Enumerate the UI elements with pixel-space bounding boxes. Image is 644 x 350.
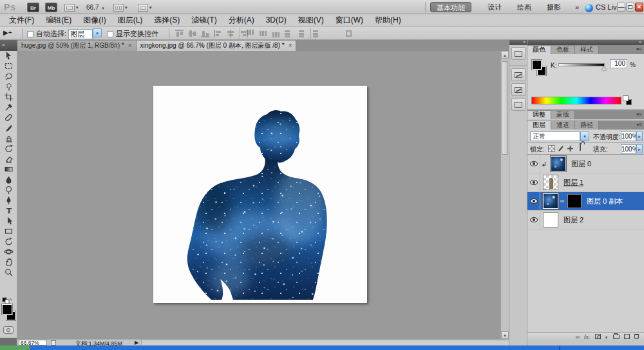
menu-layer[interactable]: 图层(L) bbox=[113, 15, 148, 26]
layer-thumbnail[interactable] bbox=[543, 193, 558, 209]
layer-name[interactable]: 图层 1 bbox=[564, 178, 583, 188]
workspace-more-button[interactable]: » bbox=[569, 2, 585, 12]
workspace-essentials-button[interactable]: 基本功能 bbox=[430, 2, 471, 12]
dodge-tool[interactable] bbox=[0, 184, 17, 195]
layer-style-icon[interactable]: fx. bbox=[584, 334, 591, 340]
lock-transparency-icon[interactable] bbox=[548, 145, 555, 152]
visibility-toggle[interactable] bbox=[527, 211, 540, 229]
layer-mask-thumbnail[interactable] bbox=[567, 194, 582, 208]
menu-analysis[interactable]: 分析(A) bbox=[223, 15, 260, 26]
history-panel-icon[interactable] bbox=[511, 68, 526, 81]
quick-mask-button[interactable] bbox=[3, 326, 14, 334]
opacity-slider-arrow[interactable]: ▸ bbox=[636, 131, 643, 141]
document-tab-huge[interactable]: huge.jpg @ 50% (图层 1, RGB/8#) *× bbox=[17, 41, 137, 51]
menu-filter[interactable]: 滤镜(T) bbox=[186, 15, 222, 26]
tab-styles[interactable]: 样式 bbox=[575, 46, 599, 54]
status-menu-arrow[interactable]: ▶ bbox=[135, 340, 138, 345]
document-tab-xingkong[interactable]: xingkong.jpg @ 66.7% (图层 0 副本, 图层蒙版 /8) … bbox=[137, 41, 297, 51]
marquee-tool[interactable] bbox=[0, 61, 17, 71]
bridge-icon[interactable]: Br bbox=[27, 3, 39, 12]
restore-button[interactable] bbox=[626, 3, 634, 12]
panel-menu-icon[interactable]: ▾≡ bbox=[636, 122, 642, 128]
color-spectrum-ramp[interactable] bbox=[531, 97, 621, 104]
vertical-scrollbar[interactable]: ▲ ▼ bbox=[500, 51, 509, 339]
distribute-right-icon[interactable] bbox=[310, 30, 319, 37]
mini-bridge-panel-icon[interactable] bbox=[511, 47, 526, 60]
menu-view[interactable]: 视图(V) bbox=[293, 15, 329, 26]
tab-paths[interactable]: 路径 bbox=[575, 121, 599, 130]
orbit-3d-tool[interactable] bbox=[0, 246, 17, 257]
menu-window[interactable]: 窗口(W) bbox=[330, 15, 368, 26]
tab-channels[interactable]: 通道 bbox=[551, 121, 575, 130]
crop-tool[interactable] bbox=[0, 92, 17, 102]
panel-foreground-swatch[interactable] bbox=[532, 60, 542, 70]
shape-tool[interactable] bbox=[0, 226, 17, 236]
path-select-tool[interactable] bbox=[0, 215, 17, 226]
distribute-bottom-icon[interactable] bbox=[272, 30, 280, 37]
zoom-level-button[interactable]: 66.7 ▾ bbox=[86, 3, 104, 12]
tab-close-icon[interactable]: × bbox=[289, 42, 292, 49]
vertical-scroll-thumb[interactable] bbox=[502, 61, 508, 155]
link-layers-icon[interactable]: ∞ bbox=[576, 334, 580, 340]
lock-paint-icon[interactable] bbox=[558, 145, 565, 152]
zoom-tool[interactable] bbox=[0, 267, 17, 277]
layer-comps-panel-icon[interactable] bbox=[511, 98, 526, 111]
lock-all-icon[interactable] bbox=[576, 144, 583, 151]
scroll-down-icon[interactable]: ▼ bbox=[501, 331, 509, 339]
visibility-toggle[interactable] bbox=[527, 173, 540, 192]
auto-align-layers-icon[interactable] bbox=[345, 30, 353, 37]
tab-swatches[interactable]: 色板 bbox=[551, 46, 575, 54]
align-left-icon[interactable] bbox=[214, 30, 222, 37]
menu-image[interactable]: 图像(I) bbox=[78, 15, 111, 26]
move-tool[interactable] bbox=[0, 50, 17, 61]
mini-bridge-icon[interactable]: Mb bbox=[45, 3, 57, 12]
menu-select[interactable]: 选择(S) bbox=[149, 15, 185, 26]
close-button[interactable]: × bbox=[635, 3, 643, 12]
canvas-area[interactable] bbox=[17, 51, 500, 339]
view-extras-button[interactable]: ▾ bbox=[64, 3, 79, 12]
fill-field[interactable]: 100% bbox=[621, 144, 636, 154]
panel-dock-header[interactable]: » bbox=[527, 40, 644, 45]
layer-name[interactable]: 图层 0 bbox=[571, 159, 591, 169]
align-hcenter-icon[interactable] bbox=[227, 30, 235, 37]
tab-adjustments[interactable]: 调整 bbox=[527, 111, 551, 119]
layer-thumbnail[interactable] bbox=[543, 212, 558, 228]
gradient-tool[interactable] bbox=[0, 164, 17, 174]
rotate-3d-tool[interactable] bbox=[0, 236, 17, 246]
tab-layers[interactable]: 图层 bbox=[527, 121, 551, 130]
blend-mode-dropdown[interactable]: 正常 ▾ bbox=[530, 131, 589, 141]
align-vcenter-icon[interactable] bbox=[188, 30, 196, 37]
layer-name[interactable]: 图层 2 bbox=[564, 215, 583, 225]
add-mask-icon[interactable] bbox=[595, 334, 601, 340]
type-tool[interactable]: T bbox=[0, 205, 17, 215]
fill-slider-arrow[interactable]: ▸ bbox=[636, 144, 643, 153]
document-canvas[interactable] bbox=[153, 86, 367, 303]
brush-tool[interactable] bbox=[0, 122, 17, 133]
align-top-icon[interactable] bbox=[175, 30, 184, 37]
status-zoom-field[interactable]: 66.67% bbox=[19, 340, 47, 345]
layer-row-1[interactable]: 图层 1 bbox=[527, 173, 644, 192]
menu-help[interactable]: 帮助(H) bbox=[370, 15, 406, 26]
tab-masks[interactable]: 蒙版 bbox=[551, 111, 575, 119]
menu-3d[interactable]: 3D(D) bbox=[261, 15, 292, 26]
menu-edit[interactable]: 编辑(E) bbox=[41, 15, 77, 26]
distribute-vcenter-icon[interactable] bbox=[259, 30, 267, 37]
clone-stamp-tool[interactable] bbox=[0, 133, 17, 143]
layer-thumbnail[interactable] bbox=[543, 175, 558, 190]
k-slider-track[interactable] bbox=[558, 63, 605, 66]
tab-close-icon[interactable]: × bbox=[128, 42, 132, 49]
lasso-tool[interactable] bbox=[0, 71, 17, 81]
scroll-up-icon[interactable]: ▲ bbox=[501, 51, 509, 59]
panel-menu-icon[interactable]: ▾≡ bbox=[636, 46, 642, 52]
opacity-field[interactable]: 100% bbox=[621, 131, 636, 141]
new-group-icon[interactable] bbox=[613, 334, 620, 340]
hand-tool[interactable] bbox=[0, 257, 17, 267]
auto-select-dropdown[interactable]: 图层 bbox=[68, 29, 93, 39]
move-tool-preset-icon[interactable]: ▶+ bbox=[3, 29, 12, 36]
foreground-color-swatch[interactable] bbox=[2, 304, 12, 315]
history-brush-tool[interactable] bbox=[0, 143, 17, 153]
layer-thumbnail[interactable] bbox=[551, 156, 566, 171]
arrange-documents-button[interactable]: ▾ bbox=[113, 3, 128, 12]
k-value-field[interactable]: 100 bbox=[610, 59, 627, 68]
visibility-toggle[interactable] bbox=[527, 155, 540, 173]
